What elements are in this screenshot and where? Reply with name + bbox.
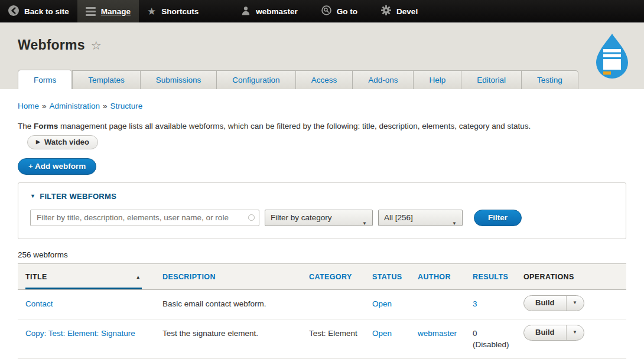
webform-status-link[interactable]: Open [372,299,392,308]
shortcuts-button[interactable]: ★ Shortcuts [139,0,207,22]
favorite-star-icon[interactable]: ☆ [91,40,102,51]
back-icon [8,5,19,18]
column-header-author[interactable]: AUTHOR [410,263,465,289]
main-content: Home»Administration»Structure The Forms … [0,102,644,359]
manage-menu-button[interactable]: Manage [77,0,139,22]
filter-webforms-panel: ▼ FILTER WEBFORMS Filter by category ▼ A… [18,182,626,239]
admin-toolbar: Back to site Manage ★ Shortcuts webmaste… [0,0,644,23]
tab-add-ons[interactable]: Add-ons [353,70,414,89]
webform-author [410,289,465,319]
table-row: Contact Basic email contact webform. Ope… [18,289,626,319]
webform-title-link[interactable]: Copy: Test: Element: Signature [25,329,135,338]
webform-category [301,289,365,319]
play-icon: ▶ [36,139,40,145]
column-header-description[interactable]: DESCRIPTION [155,263,301,289]
column-header-results[interactable]: RESULTS [465,263,516,289]
chevron-down-icon: ▼ [362,216,367,231]
tab-submissions[interactable]: Submissions [141,70,217,89]
tab-forms[interactable]: Forms [18,70,72,89]
tab-editorial[interactable]: Editorial [461,70,522,89]
page-header: Webforms ☆ Forms Templates Submissions C… [0,23,644,89]
back-to-site-label: Back to site [24,7,69,16]
build-split-button[interactable]: Build ▼ [523,325,584,341]
devel-label: Devel [396,7,418,16]
goto-button[interactable]: Go to [313,0,366,22]
breadcrumb-home[interactable]: Home [18,102,39,110]
add-webform-button[interactable]: + Add webform [18,158,96,175]
devel-button[interactable]: Devel [373,0,426,22]
watch-video-button[interactable]: ▶ Watch video [27,135,98,149]
autocomplete-throbber-icon [248,214,255,221]
webform-results: 0 (Disabled) [465,319,516,358]
webforms-table: TITLE ▲ DESCRIPTION CATEGORY STATUS AUTH… [18,263,626,359]
chevron-down-icon[interactable]: ▼ [566,296,584,311]
build-split-button[interactable]: Build ▼ [523,295,584,311]
column-header-operations: OPERATIONS [516,263,626,289]
sort-asc-icon: ▲ [136,275,141,280]
primary-tabs: Forms Templates Submissions Configuratio… [18,70,578,89]
collapse-arrow-icon: ▼ [30,193,35,199]
chevron-down-icon: ▼ [452,216,457,231]
column-header-category[interactable]: CATEGORY [301,263,365,289]
webform-description: Basic email contact webform. [155,289,301,319]
back-to-site-button[interactable]: Back to site [0,0,77,22]
chevron-down-icon[interactable]: ▼ [566,325,584,340]
tab-testing[interactable]: Testing [522,70,578,89]
plus-icon: + [28,162,33,171]
table-row: Copy: Test: Element: Signature Test the … [18,319,626,358]
manage-label: Manage [101,7,131,16]
breadcrumb: Home»Administration»Structure [18,102,626,110]
table-header-row: TITLE ▲ DESCRIPTION CATEGORY STATUS AUTH… [18,263,626,289]
shortcuts-label: Shortcuts [161,7,199,16]
username-label: webmaster [256,7,298,16]
filter-panel-toggle[interactable]: ▼ FILTER WEBFORMS [30,192,614,201]
user-icon [241,6,251,17]
webform-count: 256 webforms [18,250,626,259]
goto-label: Go to [337,7,357,16]
tab-help[interactable]: Help [414,70,461,89]
breadcrumb-structure[interactable]: Structure [110,102,143,110]
webform-category: Test: Element [301,319,365,358]
breadcrumb-administration[interactable]: Administration [50,102,100,110]
webform-drop-logo [592,33,632,85]
filter-search-input[interactable] [30,210,259,226]
gear-icon [381,5,391,17]
page-description: The Forms management page lists all avai… [18,120,626,132]
goto-search-icon [321,5,331,17]
column-header-title[interactable]: TITLE ▲ [18,263,155,289]
webform-title-link[interactable]: Contact [25,299,53,308]
webform-author-link[interactable]: webmaster [418,329,457,338]
webform-status-link[interactable]: Open [372,329,392,338]
tab-configuration[interactable]: Configuration [217,70,295,89]
state-select[interactable]: All [256] ▼ [378,210,463,226]
page-title: Webforms [18,37,85,53]
column-header-status[interactable]: STATUS [365,263,410,289]
star-icon: ★ [147,6,156,17]
category-select[interactable]: Filter by category ▼ [265,210,373,226]
filter-submit-button[interactable]: Filter [474,210,522,226]
tab-templates[interactable]: Templates [72,70,141,89]
webform-description: Test the signature element. [155,319,301,358]
menu-icon [86,7,96,16]
user-account-button[interactable]: webmaster [233,0,306,22]
results-disabled-note: (Disabled) [473,339,509,351]
webform-results-link[interactable]: 3 [473,299,477,308]
tab-access[interactable]: Access [296,70,353,89]
active-sort-underline [25,288,142,289]
